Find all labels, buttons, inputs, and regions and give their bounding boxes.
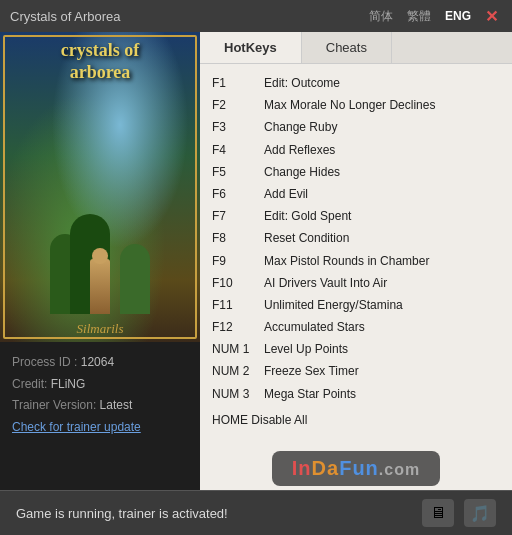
watermark-in: In	[292, 457, 312, 479]
hotkey-row: NUM 3Mega Star Points	[212, 383, 500, 405]
hotkey-key: F11	[212, 294, 264, 316]
process-label: Process ID :	[12, 355, 77, 369]
cover-logo: Silmarils	[0, 321, 200, 337]
hotkey-key: F1	[212, 72, 264, 94]
right-panel: HotKeys Cheats F1Edit: OutcomeF2Max Mora…	[200, 32, 512, 490]
update-link[interactable]: Check for trainer update	[12, 420, 141, 434]
hotkey-desc: Edit: Outcome	[264, 72, 340, 94]
lang-simplified-btn[interactable]: 简体	[365, 6, 397, 27]
hotkey-desc: Change Ruby	[264, 116, 337, 138]
music-icon: 🎵	[470, 504, 490, 523]
hotkey-key: NUM 2	[212, 360, 264, 382]
tab-cheats[interactable]: Cheats	[302, 32, 392, 63]
left-panel: crystals of arborea Silmarils Process ID…	[0, 32, 200, 490]
hotkey-desc: Reset Condition	[264, 227, 349, 249]
hotkey-key: NUM 3	[212, 383, 264, 405]
tab-hotkeys[interactable]: HotKeys	[200, 32, 302, 63]
hotkey-desc: Change Hides	[264, 161, 340, 183]
watermark-area: InDaFun.com	[200, 445, 512, 490]
lang-buttons: 简体 繁體 ENG ✕	[365, 6, 502, 27]
hotkey-row: F12Accumulated Stars	[212, 316, 500, 338]
game-cover: crystals of arborea Silmarils	[0, 32, 200, 342]
hotkey-desc: Accumulated Stars	[264, 316, 365, 338]
hotkey-key: F2	[212, 94, 264, 116]
hotkey-key: F4	[212, 139, 264, 161]
status-bar: Game is running, trainer is activated! 🖥…	[0, 490, 512, 535]
trainer-version-row: Trainer Version: Latest	[12, 395, 188, 417]
credit-value: FLiNG	[51, 377, 86, 391]
trainer-value: Latest	[100, 398, 133, 412]
app-title: Crystals of Arborea	[10, 9, 121, 24]
hotkey-desc: Freeze Sex Timer	[264, 360, 359, 382]
hotkey-key: F7	[212, 205, 264, 227]
watermark-com: .com	[379, 461, 420, 478]
hotkey-key: F10	[212, 272, 264, 294]
music-icon-btn[interactable]: 🎵	[464, 499, 496, 527]
hotkey-desc: Mega Star Points	[264, 383, 356, 405]
home-action-row: HOME Disable All	[212, 413, 500, 427]
title-bar-left: Crystals of Arborea	[10, 9, 121, 24]
watermark-da: Da	[312, 457, 340, 479]
trainer-label: Trainer Version:	[12, 398, 96, 412]
watermark-text: InDaFun.com	[292, 457, 420, 480]
status-text: Game is running, trainer is activated!	[16, 506, 228, 521]
hotkey-key: F8	[212, 227, 264, 249]
hotkey-row: F4Add Reflexes	[212, 139, 500, 161]
status-icons: 🖥 🎵	[422, 499, 496, 527]
hotkey-desc: Level Up Points	[264, 338, 348, 360]
title-bar: Crystals of Arborea 简体 繁體 ENG ✕	[0, 0, 512, 32]
hotkey-desc: Max Pistol Rounds in Chamber	[264, 250, 429, 272]
hotkey-key: F12	[212, 316, 264, 338]
hotkey-desc: Add Evil	[264, 183, 308, 205]
hotkey-row: F5Change Hides	[212, 161, 500, 183]
hotkey-desc: Edit: Gold Spent	[264, 205, 351, 227]
hotkey-key: F6	[212, 183, 264, 205]
main-content: crystals of arborea Silmarils Process ID…	[0, 32, 512, 490]
hotkey-row: F10AI Drivers Vault Into Air	[212, 272, 500, 294]
lang-traditional-btn[interactable]: 繁體	[403, 6, 435, 27]
hotkey-row: F1Edit: Outcome	[212, 72, 500, 94]
hotkey-key: NUM 1	[212, 338, 264, 360]
cover-title: crystals of arborea	[0, 40, 200, 83]
hotkey-row: NUM 1Level Up Points	[212, 338, 500, 360]
hotkey-desc: AI Drivers Vault Into Air	[264, 272, 387, 294]
hotkey-key: F3	[212, 116, 264, 138]
update-link-row[interactable]: Check for trainer update	[12, 417, 188, 439]
hotkey-desc: Unlimited Energy/Stamina	[264, 294, 403, 316]
tabs: HotKeys Cheats	[200, 32, 512, 64]
monitor-icon-btn[interactable]: 🖥	[422, 499, 454, 527]
process-value: 12064	[81, 355, 114, 369]
hotkey-row: F2Max Morale No Longer Declines	[212, 94, 500, 116]
hotkey-row: F7Edit: Gold Spent	[212, 205, 500, 227]
monitor-icon: 🖥	[430, 504, 446, 522]
hotkey-key: F9	[212, 250, 264, 272]
cover-art	[50, 164, 150, 314]
hotkey-desc: Max Morale No Longer Declines	[264, 94, 435, 116]
hotkey-row: F3Change Ruby	[212, 116, 500, 138]
hotkey-row: F8Reset Condition	[212, 227, 500, 249]
lang-english-btn[interactable]: ENG	[441, 7, 475, 25]
watermark-fun: Fun	[339, 457, 379, 479]
credit-label: Credit:	[12, 377, 47, 391]
hotkey-row: F9Max Pistol Rounds in Chamber	[212, 250, 500, 272]
hotkey-key: F5	[212, 161, 264, 183]
left-info: Process ID : 12064 Credit: FLiNG Trainer…	[0, 342, 200, 448]
hotkeys-list: F1Edit: OutcomeF2Max Morale No Longer De…	[200, 64, 512, 445]
hotkey-row: F6Add Evil	[212, 183, 500, 205]
hotkey-row: NUM 2Freeze Sex Timer	[212, 360, 500, 382]
process-id-row: Process ID : 12064	[12, 352, 188, 374]
watermark: InDaFun.com	[272, 451, 440, 486]
hotkey-desc: Add Reflexes	[264, 139, 335, 161]
hotkey-row: F11Unlimited Energy/Stamina	[212, 294, 500, 316]
credit-row: Credit: FLiNG	[12, 374, 188, 396]
close-button[interactable]: ✕	[481, 7, 502, 26]
